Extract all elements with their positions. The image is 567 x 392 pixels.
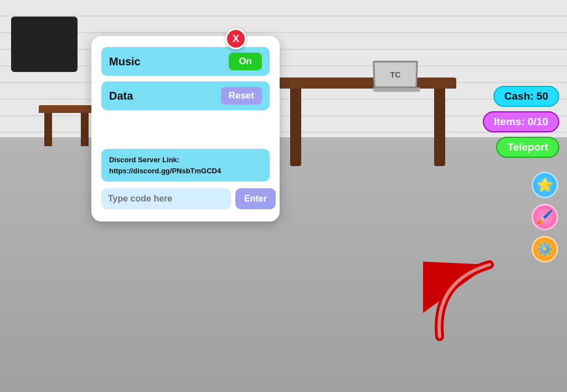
tv: [11, 17, 78, 72]
data-reset-button[interactable]: Reset: [221, 87, 262, 105]
enter-button[interactable]: Enter: [235, 188, 276, 209]
cash-display: Cash: 50: [493, 86, 559, 107]
desk: [279, 78, 456, 177]
code-input[interactable]: [101, 188, 231, 209]
paint-button[interactable]: 🖌️: [532, 204, 558, 230]
settings-panel: X Music On Data Reset Discord Server Lin…: [91, 36, 280, 221]
discord-label: Discord Server Link:: [109, 156, 179, 164]
discord-link: https://discord.gg/PNsbTmGCD4: [109, 167, 221, 175]
small-table: [39, 105, 94, 149]
star-button[interactable]: ⭐: [532, 172, 558, 198]
small-table-leg-right: [81, 113, 89, 146]
laptop: [373, 61, 423, 94]
data-row: Data Reset: [101, 81, 270, 110]
music-label: Music: [109, 55, 141, 68]
laptop-base: [373, 87, 420, 92]
star-icon: ⭐: [537, 177, 553, 193]
game-scene: X Music On Data Reset Discord Server Lin…: [0, 0, 567, 392]
teleport-button[interactable]: Teleport: [496, 137, 559, 158]
desk-top: [279, 78, 456, 89]
close-button[interactable]: X: [225, 28, 246, 49]
gear-icon: ⚙️: [537, 241, 553, 257]
small-table-top: [39, 105, 94, 113]
arrow-container: [423, 248, 523, 348]
music-row: Music On: [101, 47, 270, 76]
desk-leg-left: [290, 89, 301, 166]
desk-leg-right: [434, 89, 445, 166]
spacer: [101, 116, 270, 149]
data-label: Data: [109, 90, 133, 102]
small-table-leg-left: [44, 113, 52, 146]
laptop-screen: [373, 61, 418, 88]
arrow-svg: [423, 248, 523, 348]
icon-buttons: ⭐ 🖌️ ⚙️: [532, 172, 558, 262]
music-toggle-button[interactable]: On: [229, 53, 262, 70]
hud: Cash: 50 Items: 0/10 Teleport: [483, 86, 559, 158]
discord-box: Discord Server Link: https://discord.gg/…: [101, 149, 270, 182]
gear-button[interactable]: ⚙️: [532, 236, 558, 262]
code-row: Enter: [101, 188, 270, 209]
items-display: Items: 0/10: [483, 111, 559, 132]
paint-icon: 🖌️: [537, 209, 553, 225]
